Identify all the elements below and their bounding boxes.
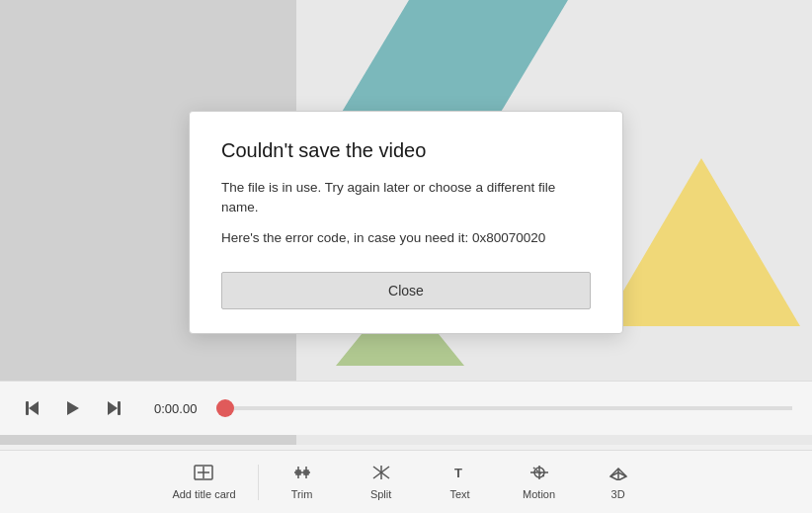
dialog-overlay: Couldn't save the video The file is in u… <box>0 0 812 445</box>
trim-label: Trim <box>291 488 313 500</box>
toolbar-item-3d[interactable]: 3D <box>579 459 658 506</box>
add-title-card-icon <box>194 465 213 485</box>
toolbar-item-split[interactable]: Split <box>342 459 421 506</box>
text-icon: T <box>450 465 470 485</box>
trim-icon <box>292 465 312 485</box>
add-title-card-label: Add title card <box>172 488 235 500</box>
3d-label: 3D <box>611 488 625 500</box>
dialog-title: Couldn't save the video <box>221 139 591 162</box>
split-label: Split <box>370 488 391 500</box>
toolbar-item-add-title-card[interactable]: Add title card <box>154 459 253 506</box>
3d-icon <box>609 465 628 485</box>
toolbar-item-text[interactable]: T Text <box>421 459 500 506</box>
error-dialog: Couldn't save the video The file is in u… <box>189 111 623 334</box>
dialog-error-code: Here's the error code, in case you need … <box>221 228 591 248</box>
svg-text:T: T <box>454 466 462 480</box>
text-label: Text <box>450 488 470 500</box>
motion-label: Motion <box>523 488 555 500</box>
toolbar-divider-1 <box>258 465 259 500</box>
bottom-toolbar: Add title card Trim Split T <box>0 450 812 513</box>
toolbar-item-trim[interactable]: Trim <box>263 459 342 506</box>
split-icon <box>371 465 391 485</box>
close-button[interactable]: Close <box>221 272 591 309</box>
motion-icon <box>529 465 549 485</box>
dialog-message: The file is in use. Try again later or c… <box>221 178 591 218</box>
toolbar-item-motion[interactable]: Motion <box>500 459 579 506</box>
